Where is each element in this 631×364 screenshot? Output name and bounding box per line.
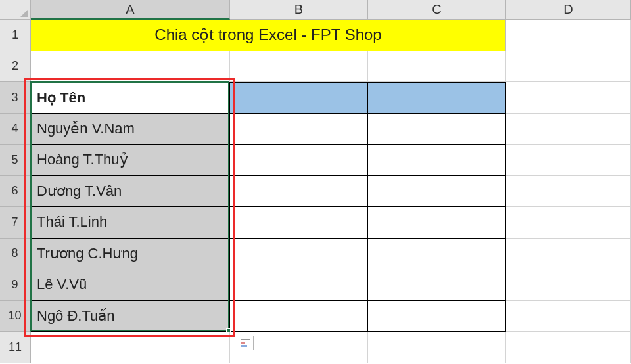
cell-D7[interactable] (506, 207, 631, 239)
row-header-1[interactable]: 1 (0, 20, 31, 51)
cell-C3[interactable] (368, 82, 506, 114)
col-header-C[interactable]: C (368, 0, 506, 20)
cell-C2[interactable] (368, 51, 506, 83)
cell-B2[interactable] (230, 51, 368, 83)
cell-A3[interactable]: Họ Tên (31, 82, 230, 114)
cell-D9[interactable] (506, 269, 631, 301)
col-header-D[interactable]: D (506, 0, 631, 20)
quick-analysis-button[interactable] (237, 336, 254, 350)
cell-D3[interactable] (506, 82, 631, 114)
cell-B6[interactable] (230, 176, 368, 208)
row-header-3[interactable]: 3 (0, 82, 31, 114)
cell-A9[interactable]: Lê V.Vũ (31, 269, 230, 301)
row-header-2[interactable]: 2 (0, 51, 31, 83)
cell-C6[interactable] (368, 176, 506, 208)
cell-C10[interactable] (368, 301, 506, 332)
cell-A5[interactable]: Hoàng T.Thuỷ (31, 145, 230, 176)
cell-C9[interactable] (368, 269, 506, 301)
cell-B10[interactable] (230, 301, 368, 332)
cell-D8[interactable] (506, 239, 631, 270)
row-header-10[interactable]: 10 (0, 301, 31, 332)
cell-D2[interactable] (506, 51, 631, 83)
col-header-A[interactable]: A (31, 0, 230, 20)
row-header-7[interactable]: 7 (0, 207, 31, 239)
cell-A11[interactable] (31, 332, 230, 363)
cell-B7[interactable] (230, 207, 368, 239)
cell-B4[interactable] (230, 114, 368, 145)
cell-C7[interactable] (368, 207, 506, 239)
cell-D4[interactable] (506, 114, 631, 145)
row-header-9[interactable]: 9 (0, 269, 31, 301)
select-all-corner[interactable] (0, 0, 31, 20)
cell-A4[interactable]: Nguyễn V.Nam (31, 114, 230, 145)
cell-B8[interactable] (230, 239, 368, 270)
cell-D11[interactable] (506, 332, 631, 363)
cell-A7[interactable]: Thái T.Linh (31, 207, 230, 239)
cell-C4[interactable] (368, 114, 506, 145)
cell-D1[interactable] (506, 20, 631, 51)
row-header-4[interactable]: 4 (0, 114, 31, 145)
cell-D5[interactable] (506, 145, 631, 176)
cell-B3[interactable] (230, 82, 368, 114)
col-header-B[interactable]: B (230, 0, 368, 20)
cell-B5[interactable] (230, 145, 368, 176)
cell-B9[interactable] (230, 269, 368, 301)
cell-C8[interactable] (368, 239, 506, 270)
row-header-5[interactable]: 5 (0, 145, 31, 176)
cell-A10[interactable]: Ngô Đ.Tuấn (31, 301, 230, 332)
cell-C5[interactable] (368, 145, 506, 176)
cell-A2[interactable] (31, 51, 230, 83)
row-header-6[interactable]: 6 (0, 176, 31, 208)
title-cell[interactable]: Chia cột trong Excel - FPT Shop (31, 20, 506, 51)
row-header-8[interactable]: 8 (0, 239, 31, 270)
cell-A8[interactable]: Trương C.Hưng (31, 239, 230, 270)
cell-D10[interactable] (506, 301, 631, 332)
cell-A6[interactable]: Dương T.Vân (31, 176, 230, 208)
cell-C11[interactable] (368, 332, 506, 363)
cell-D6[interactable] (506, 176, 631, 208)
row-header-11[interactable]: 11 (0, 332, 31, 363)
